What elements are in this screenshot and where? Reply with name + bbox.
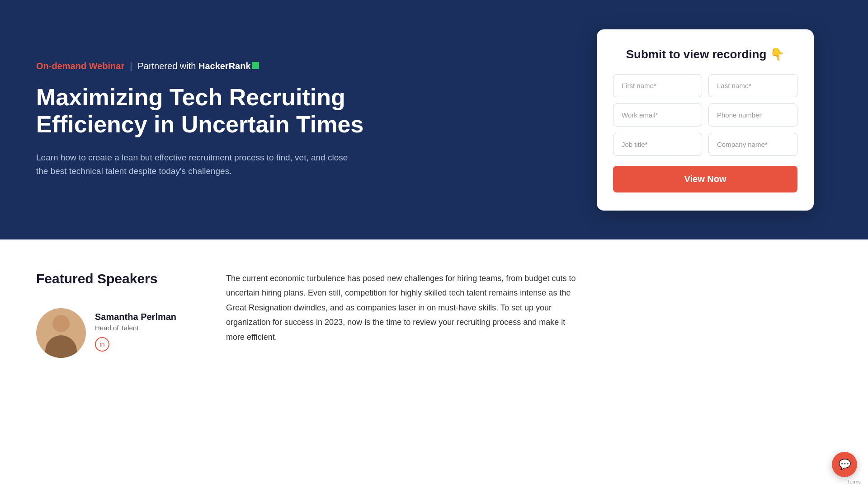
linkedin-icon: in — [100, 341, 105, 348]
speaker-job-title: Head of Talent — [95, 324, 176, 332]
form-row-1 — [613, 74, 797, 97]
view-now-button[interactable]: View Now — [613, 166, 797, 192]
form-title-emoji: 👇 — [770, 47, 784, 61]
hackerrank-logo-square — [252, 62, 259, 69]
speaker-info: Samantha Perlman Head of Talent in — [95, 308, 176, 352]
badge-divider: | — [130, 61, 132, 71]
terms-label: Terms — [847, 479, 861, 484]
hero-section: On-demand Webinar | Partnered with Hacke… — [0, 0, 868, 239]
last-name-input[interactable] — [708, 74, 797, 97]
speakers-title: Featured Speakers — [36, 271, 190, 286]
form-card: Submit to view recording 👇 View Now — [597, 29, 814, 211]
speaker-avatar — [36, 308, 86, 358]
description-section: The current economic turbulence has pose… — [226, 271, 814, 456]
webinar-badge-highlight: On-demand Webinar — [36, 61, 124, 71]
speakers-section: Featured Speakers Samantha Perlman Head … — [36, 271, 190, 456]
speaker-name: Samantha Perlman — [95, 312, 176, 322]
form-row-3 — [613, 133, 797, 156]
hero-description: Learn how to create a lean but effective… — [36, 151, 353, 178]
partner-text: Partnered with HackerRank — [137, 61, 259, 71]
form-title: Submit to view recording 👇 — [613, 47, 797, 61]
work-email-input[interactable] — [613, 103, 702, 127]
webinar-badge: On-demand Webinar | Partnered with Hacke… — [36, 61, 375, 71]
chat-button[interactable]: 💬 — [832, 452, 857, 477]
first-name-input[interactable] — [613, 74, 702, 97]
below-fold-section: Featured Speakers Samantha Perlman Head … — [0, 239, 868, 488]
company-name-input[interactable] — [708, 133, 797, 156]
hackerrank-name: HackerRank — [198, 61, 251, 71]
speaker-card: Samantha Perlman Head of Talent in — [36, 308, 190, 358]
speaker-linkedin-link[interactable]: in — [95, 337, 109, 352]
hero-left: On-demand Webinar | Partnered with Hacke… — [36, 61, 375, 178]
phone-number-input[interactable] — [708, 103, 797, 127]
form-row-2 — [613, 103, 797, 127]
hero-title: Maximizing Tech Recruiting Efficiency in… — [36, 84, 375, 138]
job-title-input[interactable] — [613, 133, 702, 156]
description-text: The current economic turbulence has pose… — [226, 271, 579, 344]
chat-icon: 💬 — [839, 459, 851, 470]
